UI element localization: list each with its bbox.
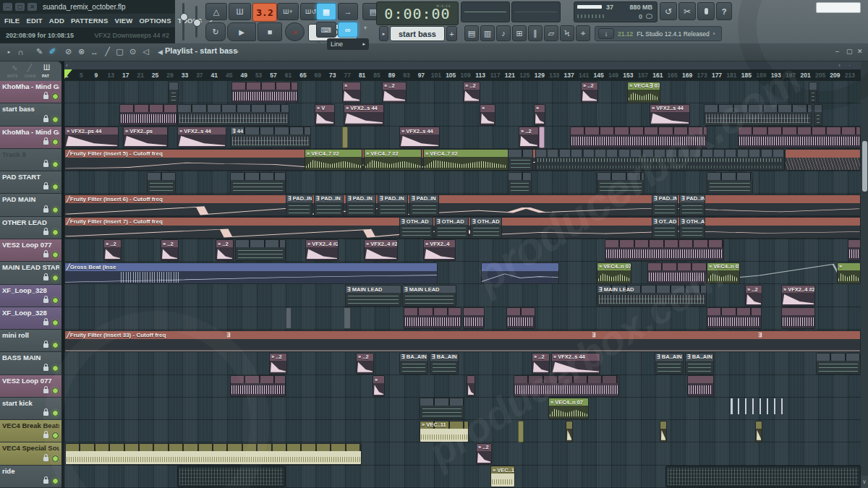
- track-enable-led[interactable]: [52, 320, 59, 326]
- lock-icon[interactable]: [43, 163, 48, 167]
- tab-automation-icon[interactable]: ╱: [27, 64, 32, 72]
- draw-tool-icon[interactable]: ✎: [33, 46, 46, 58]
- zoom-tool-icon[interactable]: ⊙: [127, 46, 139, 58]
- snap-selector[interactable]: Line ▸: [327, 38, 369, 50]
- clip[interactable]: ∃ OTH..AD: [399, 217, 433, 239]
- clip[interactable]: ∃ OTH..AD: [679, 217, 705, 239]
- clip[interactable]: » VEC4..n 07: [707, 262, 740, 284]
- track-enable-led[interactable]: [52, 297, 59, 304]
- track-header[interactable]: start bass: [0, 103, 61, 126]
- clip[interactable]: ∃ MAIN LEAD: [402, 285, 456, 307]
- clip[interactable]: » VFX2..s 44: [399, 127, 440, 148]
- clip[interactable]: [809, 82, 817, 103]
- track-enable-led[interactable]: [52, 275, 59, 281]
- song-mode-button[interactable]: →: [338, 3, 358, 20]
- clip[interactable]: [514, 375, 619, 397]
- clip[interactable]: [707, 172, 753, 194]
- clip[interactable]: [731, 398, 788, 419]
- playlist-close-icon[interactable]: ✕: [857, 48, 863, 55]
- download-button[interactable]: ↓: [598, 28, 614, 39]
- menu-item-edit[interactable]: EDIT: [26, 17, 42, 25]
- horizontal-scrollbar[interactable]: ‹ › ·: [64, 61, 861, 69]
- track-lane[interactable]: » VEC..11: [64, 466, 861, 488]
- pattern-prev-icon[interactable]: ▸: [379, 26, 388, 41]
- track-enable-led[interactable]: [52, 478, 59, 484]
- clip[interactable]: » ..2: [161, 239, 179, 261]
- clip[interactable]: » VFX2..4 #2: [781, 285, 815, 307]
- clip[interactable]: ╱Fruity Filter (Insert 6) - Cutoff freq: [64, 194, 861, 216]
- plugin-button[interactable]: Ϟ: [560, 25, 574, 41]
- clip[interactable]: [235, 239, 286, 261]
- clip[interactable]: [481, 262, 559, 284]
- link-button[interactable]: ∞: [338, 22, 358, 38]
- playlist-maximize-icon[interactable]: ▢: [846, 48, 853, 55]
- clip[interactable]: [344, 307, 351, 329]
- track-header[interactable]: XF_Loop_328: [0, 307, 61, 330]
- maximize-icon[interactable]: ▢: [15, 3, 25, 11]
- track-lane[interactable]: »: [64, 375, 861, 398]
- track-enable-led[interactable]: [52, 455, 59, 462]
- lock-icon[interactable]: [43, 321, 48, 325]
- clip[interactable]: ∃ BA..AIN: [399, 353, 428, 374]
- clip[interactable]: » ..2: [581, 82, 598, 103]
- clip[interactable]: [755, 421, 762, 442]
- menu-item-options[interactable]: OPTIONS: [140, 17, 171, 25]
- menu-item-view[interactable]: VIEW: [114, 17, 132, 25]
- delete-tool-icon[interactable]: ⊘: [62, 46, 75, 58]
- lock-icon[interactable]: [43, 411, 48, 416]
- lock-icon[interactable]: [43, 95, 48, 99]
- clip[interactable]: [848, 239, 861, 261]
- clip[interactable]: [169, 82, 179, 103]
- clip[interactable]: ∃ PAD..IN: [652, 194, 678, 216]
- track-enable-led[interactable]: [52, 184, 59, 190]
- clip[interactable]: ∃ PAD..IN: [346, 194, 376, 216]
- clip[interactable]: ∃ PAD..IN: [314, 194, 344, 216]
- wait-for-input-button[interactable]: Ш: [229, 3, 251, 20]
- tab-audio-icon[interactable]: ∿: [12, 64, 17, 72]
- track-lane[interactable]: ╱Gross Beat (Inse» VEC4..n 07» VEC4..n 0…: [64, 262, 861, 284]
- clip[interactable]: » VFX2..s 44: [177, 127, 226, 148]
- clip[interactable]: »: [534, 104, 545, 126]
- vertical-scroll-handle[interactable]: [862, 141, 867, 192]
- play-button[interactable]: ▶: [227, 22, 256, 41]
- detach-icon[interactable]: ▸: [3, 46, 15, 58]
- clip[interactable]: » VFX2..4 #2: [364, 239, 398, 261]
- track-header[interactable]: OTHER LEAD: [0, 217, 61, 239]
- clip[interactable]: » ..2: [476, 443, 492, 465]
- clip[interactable]: [518, 421, 524, 442]
- select-tool-icon[interactable]: ▢: [114, 46, 126, 58]
- clip[interactable]: [177, 104, 289, 126]
- clip[interactable]: » ..2: [356, 353, 374, 374]
- track-header[interactable]: start kick: [0, 398, 61, 420]
- scroll-down-icon[interactable]: ∨: [861, 476, 868, 488]
- clip[interactable]: [230, 375, 286, 397]
- track-header[interactable]: VEC4 Break Beats 11: [0, 420, 61, 442]
- track-lane[interactable]: [64, 307, 861, 330]
- clip[interactable]: ∃ BA..AIN: [685, 353, 714, 374]
- help-button[interactable]: ?: [716, 2, 732, 20]
- playlist-title[interactable]: Playlist - start bass: [165, 46, 237, 55]
- track-lane[interactable]: » VFX2..ps 44» VFX2..ps» VFX2..s 44∃ 44»…: [64, 127, 861, 149]
- clip[interactable]: ∃ PAD..IN: [679, 194, 705, 216]
- clip[interactable]: » VFX2..ps: [123, 127, 168, 148]
- add-pattern-button[interactable]: +: [446, 26, 457, 41]
- clip[interactable]: » VFX2..s 44: [551, 353, 600, 374]
- slice-tool-icon[interactable]: ╱: [101, 46, 114, 58]
- close-icon[interactable]: ✕: [27, 3, 37, 11]
- track-header[interactable]: VES2 Loop 077: [0, 375, 61, 398]
- clip[interactable]: [570, 127, 707, 148]
- news-bar[interactable]: ↓ 21.12 FL Studio 12.4.1 Released ›: [595, 26, 722, 41]
- playlist-grid[interactable]: »» ..2» ..2» ..2» VEC4.∃ 07» V» VFX2..s …: [64, 81, 861, 488]
- record-button[interactable]: ●: [285, 22, 305, 41]
- clip[interactable]: [687, 375, 714, 397]
- track-header[interactable]: MAIN LEAD START: [0, 262, 61, 284]
- oscilloscope-main[interactable]: [461, 1, 510, 22]
- clip[interactable]: » VEC4..n 07: [548, 398, 589, 419]
- clip[interactable]: ∃ PAD..IN: [286, 194, 312, 216]
- track-lane[interactable]: ╱Fruity Filter (Insert 6) - Cutoff freq∃…: [64, 194, 861, 216]
- paint-tool-icon[interactable]: ✐: [46, 46, 59, 58]
- clip[interactable]: [785, 149, 861, 171]
- slip-tool-icon[interactable]: ↔: [88, 46, 101, 58]
- track-header[interactable]: KhoMha - Mind Gam..: [0, 81, 61, 103]
- snap-magnet-icon[interactable]: ∩: [14, 46, 27, 58]
